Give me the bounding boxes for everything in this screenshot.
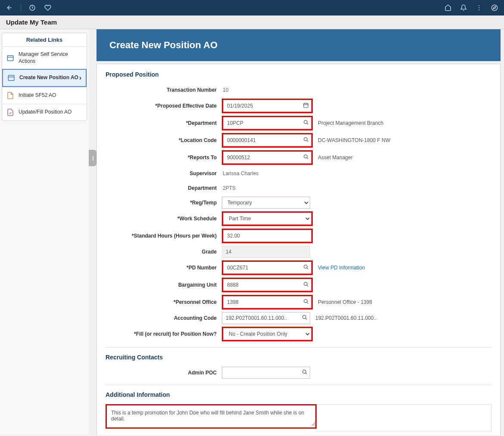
sidebar-item-label: Update/Fill Position AO [19,109,72,116]
view-pd-link[interactable]: View PD Information [318,265,365,271]
value-supervisor: Larissa Charles [222,170,258,176]
search-icon[interactable] [303,299,309,306]
search-icon[interactable] [303,154,309,161]
history-icon[interactable] [28,3,37,12]
sidebar-title: Related Links [2,33,87,46]
more-icon[interactable] [475,3,483,12]
top-nav-bar [0,0,504,15]
svg-line-24 [307,285,308,286]
calendar-icon[interactable] [303,102,309,110]
reports-to-desc: Asset Manager [318,155,353,161]
window-icon [7,74,15,82]
bell-icon[interactable] [459,3,468,12]
label-admin-poc: Admin POC [106,370,222,376]
svg-rect-9 [8,75,14,80]
label-personnel-office: *Personnel Office [106,299,222,305]
document-icon [6,92,14,99]
svg-point-29 [303,370,306,374]
compass-icon[interactable] [490,3,499,12]
search-icon[interactable] [303,120,309,127]
sidebar-item-label: Initiate SF52 AO [19,92,56,99]
home-icon[interactable] [444,3,452,12]
banner-title: Create New Position AO [109,40,218,50]
sidebar: Related Links Manager Self Service Actio… [0,29,89,435]
value-supervisor-dept: 2PTS [222,185,236,191]
label-pd-number: *PD Number [106,265,222,271]
location-code-input[interactable] [223,134,311,146]
nav-divider [21,4,21,12]
fill-now-select[interactable]: No - Create Position Only [223,328,311,340]
label-fill-now: *Fill (or recruit) for Position Now? [106,331,222,337]
search-icon[interactable] [302,369,308,376]
window-icon [6,54,14,62]
standard-hours-input[interactable] [223,230,311,242]
sidebar-item-create-position[interactable]: Create New Position AO [2,69,87,87]
svg-rect-11 [304,103,308,107]
search-icon[interactable] [302,315,308,322]
svg-rect-7 [7,56,13,61]
department-input[interactable] [223,117,311,129]
sidebar-item-label: Create New Position AO [19,74,78,81]
sidebar-item-label: Manager Self Service Actions [19,51,82,65]
label-location-code: *Location Code [106,137,222,143]
svg-line-30 [305,373,307,374]
label-department: *Department [106,120,222,126]
sidebar-item-update-fill[interactable]: Update/Fill Position AO [2,104,87,121]
value-transaction-number: 10 [222,87,228,93]
label-proposed-date: *Proposed Effective Date [106,103,222,109]
label-transaction-number: Transaction Number [106,87,222,93]
sidebar-item-initiate-sf52[interactable]: Initiate SF52 AO [2,87,87,104]
svg-line-28 [305,318,307,319]
grade-input [222,246,310,258]
sidebar-collapse-handle[interactable]: || [89,150,96,166]
back-icon[interactable] [5,3,14,12]
svg-point-2 [479,5,479,6]
bargaining-unit-input[interactable] [223,279,311,291]
reports-to-input[interactable] [223,152,311,164]
svg-point-4 [479,9,479,10]
department-desc: Project Management Branch [318,120,383,126]
section-recruiting-contacts: Recruiting Contacts [106,354,492,361]
label-grade: Grade [106,249,222,255]
form-card: Proposed Position Transaction Number 10 … [96,64,501,435]
pd-number-input[interactable] [223,262,311,274]
additional-info-textarea[interactable]: This is a temp promotion for John Doe wh… [107,405,315,426]
label-supervisor-dept: Department [106,185,222,191]
svg-point-19 [304,155,308,158]
label-work-schedule: *Work Schedule [106,216,222,222]
svg-line-18 [307,140,308,142]
accounting-code-input[interactable] [222,312,310,324]
svg-line-16 [307,123,308,124]
svg-line-20 [307,158,308,159]
reg-temp-select[interactable]: Temporary [222,197,310,209]
location-desc: DC-WASHINGTON-1800 F NW [318,137,390,143]
work-schedule-select[interactable]: Part Time [223,213,311,225]
document-check-icon [6,108,14,116]
proposed-date-input[interactable] [223,100,311,112]
svg-point-17 [304,138,308,141]
page-title-bar: Update My Team [0,15,504,29]
admin-poc-input[interactable] [222,367,310,379]
svg-line-26 [307,302,308,303]
search-icon[interactable] [303,264,309,271]
search-icon[interactable] [303,137,309,144]
label-bargaining-unit: Bargaining Unit [106,282,222,288]
heart-icon[interactable] [44,3,52,12]
svg-point-5 [492,5,497,10]
svg-line-22 [307,268,308,269]
textarea-extension [317,404,492,431]
svg-point-15 [304,121,308,124]
svg-point-3 [479,7,479,8]
personnel-office-input[interactable] [223,296,311,308]
personnel-office-desc: Personnel Office - 1398 [318,299,372,305]
page-banner: Create New Position AO [96,29,501,61]
svg-marker-6 [493,6,496,9]
page-title: Update My Team [6,19,57,26]
svg-point-23 [304,282,308,286]
label-supervisor: Supervisor [106,170,222,176]
sidebar-item-mss-actions[interactable]: Manager Self Service Actions [2,46,87,69]
svg-point-25 [304,300,308,303]
search-icon[interactable] [303,281,309,288]
label-reports-to: *Reports To [106,155,222,161]
accounting-code-desc: 192.P02T0001.60.11.000.. [315,315,376,321]
